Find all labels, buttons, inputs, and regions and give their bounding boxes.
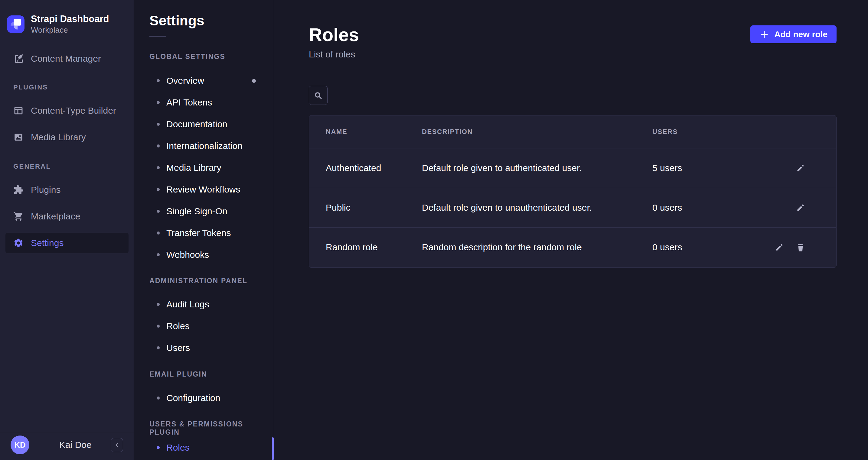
role-name: Authenticated	[326, 163, 422, 173]
table-row-authenticated[interactable]: Authenticated Default role given to auth…	[309, 148, 836, 188]
picture-icon	[13, 132, 24, 142]
role-description: Default role given to authenticated user…	[422, 163, 652, 173]
sidebar-divider	[0, 433, 134, 433]
bullet-dot	[157, 210, 160, 213]
app-title: Strapi Dashboard	[31, 13, 109, 25]
table-row-random-role[interactable]: Random role Random description for the r…	[309, 227, 836, 267]
page-title: Roles	[309, 24, 359, 45]
sidebar-item-media-library[interactable]: Media Library	[5, 127, 128, 147]
role-users-count: 0 users	[652, 202, 796, 213]
bullet-dot	[157, 253, 160, 256]
subnav-item-transfer-tokens[interactable]: Transfer Tokens	[149, 226, 268, 240]
main-sidebar: Strapi Dashboard Workplace Content Manag…	[0, 0, 134, 460]
column-header-description: DESCRIPTION	[422, 128, 652, 136]
sidebar-item-content-manager[interactable]: Content Manager	[5, 48, 128, 69]
bullet-dot	[157, 303, 160, 306]
bullet-dot	[157, 101, 160, 104]
workspace-name: Workplace	[31, 25, 109, 35]
bullet-dot	[157, 188, 160, 191]
pencil-icon	[796, 163, 806, 173]
subnav-scrollbar-thumb[interactable]	[272, 437, 274, 460]
subnav-item-internationalization[interactable]: Internationalization	[149, 139, 268, 153]
trash-icon	[796, 242, 806, 252]
subnav-item-single-sign-on[interactable]: Single Sign-On	[149, 205, 268, 218]
pencil-icon	[774, 242, 784, 252]
edit-role-button[interactable]	[774, 242, 784, 252]
gear-icon	[13, 238, 24, 248]
edit-role-button[interactable]	[796, 163, 806, 173]
role-description: Random description for the random role	[422, 242, 652, 252]
table-header-row: NAME DESCRIPTION USERS	[309, 116, 836, 148]
workspace-brand[interactable]: Strapi Dashboard Workplace	[0, 0, 134, 48]
sidebar-item-label: Plugins	[31, 185, 61, 195]
edit-role-button[interactable]	[796, 202, 806, 213]
subnav-item-review-workflows[interactable]: Review Workflows	[149, 183, 268, 196]
sidebar-item-label: Content-Type Builder	[31, 105, 116, 116]
bullet-dot	[157, 397, 160, 399]
subnav-section-email-plugin: EMAIL PLUGIN	[149, 370, 207, 379]
role-users-count: 0 users	[652, 242, 774, 252]
role-name: Public	[326, 202, 422, 213]
strapi-dashboard: Strapi Dashboard Workplace Content Manag…	[0, 0, 868, 460]
subnav-section-global-settings: GLOBAL SETTINGS	[149, 53, 225, 61]
layout-grid-icon	[13, 105, 24, 116]
add-new-role-button[interactable]: Add new role	[750, 25, 837, 43]
user-name: Kai Doe	[59, 440, 92, 450]
sidebar-item-label: Media Library	[31, 132, 86, 142]
main-content: Roles List of roles Add new role NAME DE…	[274, 0, 868, 460]
avatar[interactable]: KD	[10, 435, 29, 454]
bullet-dot	[157, 166, 160, 169]
bullet-dot	[157, 347, 160, 350]
add-new-role-label: Add new role	[774, 30, 828, 39]
strapi-logo-icon	[7, 15, 25, 33]
bullet-dot	[157, 446, 160, 449]
bullet-dot	[157, 325, 160, 328]
subnav-item-admin-roles[interactable]: Roles	[149, 320, 268, 333]
page-subtitle: List of roles	[309, 49, 355, 60]
puzzle-icon	[13, 185, 24, 195]
avatar-initials: KD	[14, 440, 26, 450]
sidebar-item-label: Content Manager	[31, 54, 101, 64]
subnav-item-overview[interactable]: Overview	[149, 74, 268, 87]
settings-subnav: Settings GLOBAL SETTINGS Overview API To…	[134, 0, 274, 460]
subnav-title-divider	[149, 36, 166, 37]
chevron-left-icon	[114, 442, 120, 449]
column-header-name: NAME	[326, 128, 422, 136]
column-header-users: USERS	[652, 128, 819, 136]
role-name: Random role	[326, 242, 422, 252]
subnav-item-admin-users[interactable]: Users	[149, 341, 268, 355]
sidebar-section-general: GENERAL	[13, 163, 51, 170]
subnav-item-api-tokens[interactable]: API Tokens	[149, 96, 268, 109]
sidebar-section-plugins: PLUGINS	[13, 84, 48, 91]
sidebar-item-plugins[interactable]: Plugins	[5, 179, 128, 200]
sidebar-item-settings[interactable]: Settings	[5, 233, 128, 253]
pencil-icon	[796, 202, 806, 213]
search-icon	[313, 91, 323, 100]
roles-table: NAME DESCRIPTION USERS Authenticated Def…	[309, 115, 837, 268]
bullet-dot	[157, 79, 160, 82]
role-description: Default role given to unauthenticated us…	[422, 202, 652, 213]
table-row-public[interactable]: Public Default role given to unauthentic…	[309, 188, 836, 227]
sidebar-item-label: Marketplace	[31, 211, 80, 222]
bullet-dot	[157, 231, 160, 234]
sidebar-item-marketplace[interactable]: Marketplace	[5, 206, 128, 227]
delete-role-button[interactable]	[796, 242, 806, 252]
sidebar-item-label: Settings	[31, 238, 63, 248]
search-button[interactable]	[309, 86, 328, 105]
cart-icon	[13, 211, 24, 222]
notification-dot	[252, 79, 256, 83]
subnav-section-administration-panel: ADMINISTRATION PANEL	[149, 277, 247, 285]
subnav-title: Settings	[149, 12, 204, 29]
subnav-item-audit-logs[interactable]: Audit Logs	[149, 298, 268, 311]
subnav-item-documentation[interactable]: Documentation	[149, 118, 268, 131]
subnav-item-webhooks[interactable]: Webhooks	[149, 248, 268, 261]
plus-icon	[760, 30, 769, 39]
subnav-item-media-library[interactable]: Media Library	[149, 161, 268, 174]
role-users-count: 5 users	[652, 163, 796, 173]
subnav-item-email-configuration[interactable]: Configuration	[149, 391, 268, 405]
bullet-dot	[157, 144, 160, 147]
bullet-dot	[157, 123, 160, 126]
sidebar-item-content-type-builder[interactable]: Content-Type Builder	[5, 100, 128, 121]
subnav-item-up-roles[interactable]: Roles	[149, 441, 268, 454]
collapse-sidebar-button[interactable]	[111, 438, 123, 452]
